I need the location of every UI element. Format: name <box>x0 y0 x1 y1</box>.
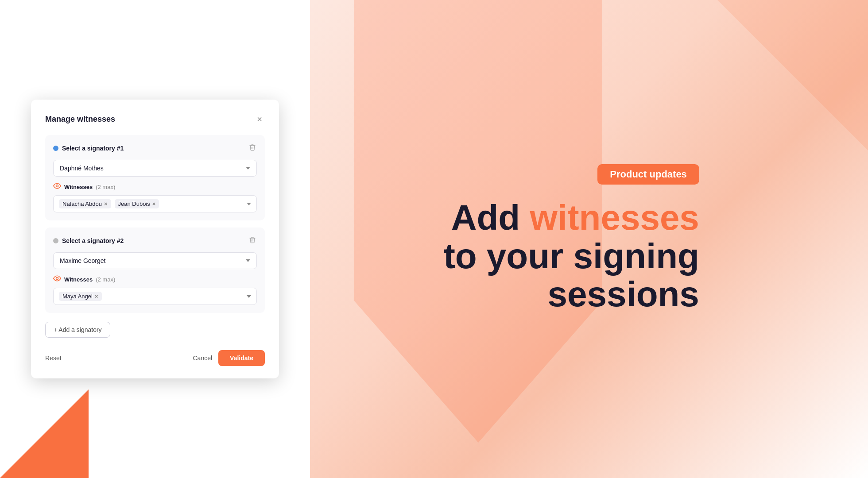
witness-tag-maya-name: Maya Angel <box>62 293 93 300</box>
signatory-2-dropdown[interactable]: Maxime Georget <box>53 252 257 269</box>
witnesses-2-chevron-icon <box>247 295 251 298</box>
modal-footer: Reset Cancel Validate <box>45 348 265 366</box>
witnesses-1-label: Witnesses <box>64 184 93 190</box>
signatory-1-value: Daphné Mothes <box>60 165 104 172</box>
witnesses-1-eye-icon <box>53 183 61 191</box>
witness-tag-natacha-name: Natacha Abdou <box>62 200 102 207</box>
headline-add: Add <box>451 198 530 237</box>
modal-title: Manage witnesses <box>45 115 115 124</box>
footer-right: Cancel Validate <box>193 350 265 366</box>
validate-button[interactable]: Validate <box>218 350 265 366</box>
witnesses-2-input[interactable]: Maya Angel × <box>53 288 257 305</box>
signatory-2-witnesses-label-row: Witnesses (2 max) <box>53 275 257 283</box>
product-updates-badge: Product updates <box>443 164 699 199</box>
witnesses-1-chevron-icon <box>247 203 251 205</box>
headline-to-your-signing: to your signing <box>443 236 699 276</box>
signatory-1-title: Select a signatory #1 <box>62 145 124 152</box>
signatory-1-header: Select a signatory #1 <box>53 143 257 154</box>
footer-left: Reset <box>45 355 62 362</box>
witnesses-2-max: (2 max) <box>96 276 115 283</box>
modal: Manage witnesses × Select a signatory #1 <box>31 100 279 378</box>
witness-tag-natacha-remove[interactable]: × <box>104 201 108 207</box>
svg-point-1 <box>56 278 58 280</box>
right-panel: Product updates Add witnesses to your si… <box>310 0 868 478</box>
signatory-2-header: Select a signatory #2 <box>53 235 257 246</box>
signatory-1-chevron-icon <box>246 167 250 170</box>
product-updates-label: Product updates <box>597 164 699 185</box>
witness-tag-natacha: Natacha Abdou × <box>59 199 111 208</box>
signatory-1-label-row: Select a signatory #1 <box>53 145 124 152</box>
signatory-1-dot <box>53 146 58 151</box>
headline-sessions: sessions <box>547 274 699 314</box>
left-panel: Manage witnesses × Select a signatory #1 <box>0 0 310 478</box>
witness-tag-jean-name: Jean Dubois <box>118 200 150 207</box>
signatory-2-delete-button[interactable] <box>248 235 257 246</box>
witness-tag-maya-remove[interactable]: × <box>95 293 98 299</box>
witnesses-2-eye-icon <box>53 275 61 283</box>
signatory-1-delete-button[interactable] <box>248 143 257 154</box>
signatory-1-witnesses-label-row: Witnesses (2 max) <box>53 183 257 191</box>
right-content: Product updates Add witnesses to your si… <box>443 164 735 313</box>
signatory-2-title: Select a signatory #2 <box>62 237 124 244</box>
signatory-1-witnesses-section: Witnesses (2 max) Natacha Abdou × Jean D… <box>53 183 257 212</box>
signatory-2-value: Maxime Georget <box>60 257 105 264</box>
headline-witnesses: witnesses <box>530 198 699 237</box>
witnesses-1-input[interactable]: Natacha Abdou × Jean Dubois × <box>53 195 257 212</box>
signatory-2-dot <box>53 238 58 243</box>
signatory-2-label-row: Select a signatory #2 <box>53 237 124 244</box>
modal-header: Manage witnesses × <box>45 114 265 124</box>
witness-tag-jean-remove[interactable]: × <box>152 201 156 207</box>
headline: Add witnesses to your signing sessions <box>443 199 699 313</box>
signatory-1-dropdown[interactable]: Daphné Mothes <box>53 160 257 177</box>
svg-point-0 <box>56 185 58 187</box>
signatory-2-witnesses-section: Witnesses (2 max) Maya Angel × <box>53 275 257 305</box>
signatory-2-chevron-icon <box>246 259 250 262</box>
signatory-2-block: Select a signatory #2 Maxime Georget <box>45 227 265 313</box>
add-signatory-button[interactable]: + Add a signatory <box>45 322 110 338</box>
witness-tag-maya: Maya Angel × <box>59 292 102 301</box>
signatory-1-block: Select a signatory #1 Daphné Mothes <box>45 135 265 220</box>
close-button[interactable]: × <box>254 114 265 124</box>
reset-button[interactable]: Reset <box>45 355 62 362</box>
witness-tag-jean: Jean Dubois × <box>115 199 159 208</box>
cancel-button[interactable]: Cancel <box>193 355 212 362</box>
witnesses-2-label: Witnesses <box>64 276 93 283</box>
witnesses-1-max: (2 max) <box>96 184 115 190</box>
